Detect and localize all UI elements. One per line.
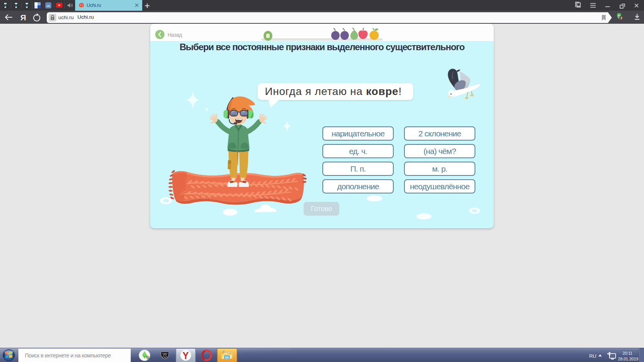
svg-text:vk: vk bbox=[47, 4, 50, 8]
svg-text:Я: Я bbox=[20, 13, 26, 22]
svg-text:2: 2 bbox=[621, 16, 623, 20]
